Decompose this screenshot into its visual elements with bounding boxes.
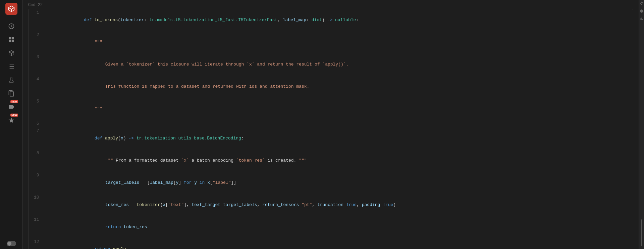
copy-nav[interactable] bbox=[5, 87, 17, 99]
graph-icon bbox=[8, 50, 15, 56]
table-row: 6 bbox=[29, 120, 633, 127]
line-num-2: 2 bbox=[29, 31, 45, 53]
history-nav[interactable] bbox=[5, 20, 17, 32]
logo[interactable] bbox=[5, 3, 17, 15]
table-row: 3 Given a `tokenizer` this closure will … bbox=[29, 53, 633, 76]
line-num-1: 1 bbox=[29, 9, 45, 31]
table-row: 7 def apply(x) -> tr.tokenization_utils_… bbox=[29, 127, 633, 150]
table-row: 11 return token_res bbox=[29, 216, 633, 238]
dark-mode-toggle[interactable] bbox=[7, 241, 16, 246]
line-num-5: 5 bbox=[29, 98, 45, 120]
line-num-7: 7 bbox=[29, 127, 45, 150]
code-line-6[interactable] bbox=[45, 120, 633, 127]
table-row: 1 def to_tokens(tokenizer: tr.models.t5.… bbox=[29, 9, 633, 31]
table-row: 12 return apply bbox=[29, 238, 633, 249]
line-num-9: 9 bbox=[29, 172, 45, 194]
table-row: 9 target_labels = [label_map[y] for y in… bbox=[29, 172, 633, 194]
dashboard-icon bbox=[8, 36, 15, 43]
tag-nav[interactable]: NEW bbox=[5, 101, 17, 113]
sparkle-new-badge: NEW bbox=[10, 114, 18, 117]
code-line-5[interactable]: """ bbox=[45, 98, 633, 120]
code-line-4[interactable]: This function is mapped to a dataset and… bbox=[45, 76, 633, 98]
code-line-12[interactable]: return apply bbox=[45, 238, 633, 249]
cmd22-label: Cmd 22 bbox=[23, 0, 639, 9]
code-line-3[interactable]: Given a `tokenizer` this closure will it… bbox=[45, 53, 633, 76]
table-row: 4 This function is mapped to a dataset a… bbox=[29, 76, 633, 98]
flask-nav[interactable] bbox=[5, 74, 17, 86]
sparkle-icon bbox=[8, 117, 15, 124]
table-row: 5 """ bbox=[29, 98, 633, 120]
sidebar: NEW NEW bbox=[0, 0, 23, 249]
code-line-11[interactable]: return token_res bbox=[45, 216, 633, 238]
sync-icon bbox=[640, 1, 644, 5]
history-icon bbox=[8, 23, 15, 30]
chart-icon bbox=[640, 17, 644, 21]
table-row: 10 token_res = tokenizer(x["text"], text… bbox=[29, 194, 633, 216]
sparkle-nav[interactable]: NEW bbox=[5, 114, 17, 126]
table-row: 8 """ From a formatted dataset `x` a bat… bbox=[29, 150, 633, 172]
line-num-3: 3 bbox=[29, 53, 45, 76]
right-icon-1[interactable] bbox=[640, 1, 644, 6]
code-line-9[interactable]: target_labels = [label_map[y] for y in x… bbox=[45, 172, 633, 194]
settings-icon bbox=[640, 9, 644, 13]
list-icon bbox=[8, 63, 15, 70]
flask-icon bbox=[8, 77, 15, 83]
main-content: Cmd 22 1 def to_tokens(tokenizer: tr.mod… bbox=[23, 0, 639, 249]
dashboard-nav[interactable] bbox=[5, 34, 17, 46]
right-sidebar bbox=[639, 0, 644, 249]
tag-icon bbox=[8, 103, 15, 110]
code-line-7[interactable]: def apply(x) -> tr.tokenization_utils_ba… bbox=[45, 127, 633, 150]
cmd22-code-table: 1 def to_tokens(tokenizer: tr.models.t5.… bbox=[29, 9, 633, 249]
line-num-12: 12 bbox=[29, 238, 45, 249]
cmd22-cell: 1 def to_tokens(tokenizer: tr.models.t5.… bbox=[28, 9, 633, 249]
code-line-8[interactable]: """ From a formatted dataset `x` a batch… bbox=[45, 150, 633, 172]
databricks-logo-icon bbox=[8, 5, 15, 12]
table-row: 2 """ bbox=[29, 31, 633, 53]
line-num-10: 10 bbox=[29, 194, 45, 216]
graph-nav[interactable] bbox=[5, 47, 17, 59]
line-num-6: 6 bbox=[29, 120, 45, 127]
line-num-8: 8 bbox=[29, 150, 45, 172]
line-num-11: 11 bbox=[29, 216, 45, 238]
right-icon-3[interactable] bbox=[640, 17, 644, 22]
right-icon-2[interactable] bbox=[640, 9, 644, 14]
code-line-2[interactable]: """ bbox=[45, 31, 633, 53]
code-line-1[interactable]: def to_tokens(tokenizer: tr.models.t5.to… bbox=[45, 9, 633, 31]
list-nav[interactable] bbox=[5, 60, 17, 73]
line-num-4: 4 bbox=[29, 76, 45, 98]
copy-icon bbox=[8, 90, 15, 97]
notebook-area[interactable]: Cmd 22 1 def to_tokens(tokenizer: tr.mod… bbox=[23, 0, 639, 249]
code-line-10[interactable]: token_res = tokenizer(x["text"], text_ta… bbox=[45, 194, 633, 216]
new-badge: NEW bbox=[10, 100, 18, 103]
scrollbar-thumb[interactable] bbox=[641, 219, 642, 246]
